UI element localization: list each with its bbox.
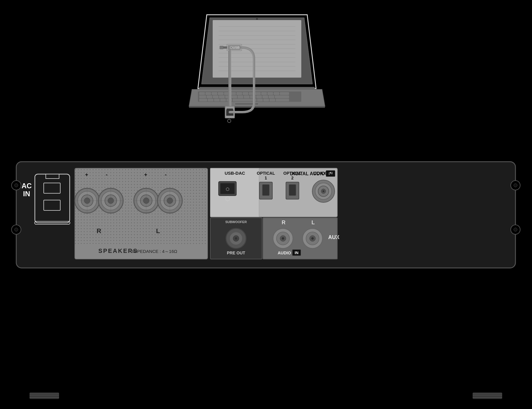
svg-rect-42 bbox=[275, 96, 289, 98]
svg-rect-57 bbox=[223, 47, 227, 48]
plus-label-2: + bbox=[144, 172, 147, 178]
svg-rect-41 bbox=[269, 96, 274, 98]
subwoofer-label: SUBWOOFER bbox=[225, 220, 247, 224]
pre-out-label: PRE OUT bbox=[227, 251, 245, 255]
speakers-section: + - + - R bbox=[75, 168, 208, 259]
svg-point-131 bbox=[311, 237, 314, 240]
ac-in-label: AC bbox=[22, 182, 32, 190]
ac-in-label2: IN bbox=[23, 190, 30, 198]
digital-audio-section: DIGITAL AUDIO IN USB-DAC ⬡ ⬡ OPTICAL 1 O… bbox=[210, 168, 337, 217]
svg-rect-26 bbox=[261, 92, 267, 95]
svg-rect-46 bbox=[220, 99, 226, 101]
impedance-label: IMPEDANCE : 4～16Ω bbox=[132, 249, 177, 254]
svg-rect-44 bbox=[208, 99, 213, 101]
aux-label: AUX bbox=[328, 234, 339, 240]
minus-label-2: - bbox=[165, 172, 167, 178]
optical1-label-line1: OPTICAL bbox=[257, 171, 275, 176]
svg-point-117 bbox=[323, 190, 324, 192]
svg-rect-45 bbox=[214, 99, 219, 101]
svg-rect-43 bbox=[199, 99, 207, 101]
optical1-label-line2: 1 bbox=[265, 176, 267, 180]
svg-rect-14 bbox=[199, 87, 315, 89]
plus-label-1: + bbox=[85, 172, 88, 178]
svg-rect-110 bbox=[262, 184, 269, 196]
svg-rect-35 bbox=[232, 96, 237, 98]
svg-point-72 bbox=[514, 228, 517, 231]
laptop-illustration bbox=[189, 15, 325, 108]
svg-rect-19 bbox=[218, 92, 223, 95]
svg-rect-25 bbox=[255, 92, 261, 95]
svg-point-127 bbox=[282, 237, 284, 240]
r-label: R bbox=[282, 220, 286, 225]
svg-rect-52 bbox=[276, 99, 289, 101]
optical2-label-line2: 2 bbox=[291, 176, 294, 180]
l-label: L bbox=[312, 220, 315, 225]
svg-rect-33 bbox=[219, 96, 224, 98]
svg-rect-30 bbox=[199, 96, 206, 98]
amplifier-unit: AC IN + - + - bbox=[12, 162, 520, 268]
svg-text:⬡: ⬡ bbox=[226, 187, 229, 192]
svg-text:⬡USB: ⬡USB bbox=[230, 46, 240, 49]
audio-in-badge: IN bbox=[295, 251, 299, 255]
svg-point-68 bbox=[14, 228, 18, 231]
svg-rect-27 bbox=[268, 92, 273, 95]
speaker-l-label: L bbox=[156, 227, 160, 235]
svg-rect-39 bbox=[256, 96, 262, 98]
svg-text:⬡: ⬡ bbox=[227, 118, 231, 123]
optical2-label-line1: OPTICAL bbox=[283, 171, 302, 176]
svg-rect-17 bbox=[206, 92, 211, 95]
svg-rect-31 bbox=[207, 96, 212, 98]
main-diagram: ⬡USB ⬡ bbox=[0, 0, 532, 409]
svg-rect-22 bbox=[237, 92, 242, 95]
svg-rect-23 bbox=[243, 92, 248, 95]
svg-rect-40 bbox=[263, 96, 268, 98]
svg-rect-50 bbox=[263, 99, 269, 101]
svg-rect-49 bbox=[257, 99, 263, 101]
svg-rect-58 bbox=[220, 46, 223, 49]
svg-point-66 bbox=[14, 184, 18, 187]
svg-point-70 bbox=[514, 184, 517, 187]
svg-rect-36 bbox=[238, 96, 243, 98]
speaker-r-label: R bbox=[97, 227, 101, 235]
svg-point-13 bbox=[256, 18, 258, 20]
audio-label: AUDIO bbox=[278, 251, 291, 255]
usb-dac-label: USB-DAC bbox=[224, 171, 245, 176]
svg-text:⬡: ⬡ bbox=[225, 195, 230, 202]
svg-rect-112 bbox=[289, 184, 296, 196]
svg-rect-32 bbox=[213, 96, 218, 98]
svg-rect-37 bbox=[244, 96, 249, 98]
svg-rect-51 bbox=[270, 99, 275, 101]
svg-rect-28 bbox=[274, 92, 279, 95]
svg-rect-18 bbox=[212, 92, 217, 95]
svg-point-122 bbox=[235, 237, 237, 240]
pre-out-section: SUBWOOFER PRE OUT bbox=[210, 218, 262, 259]
coaxial-label: COAXIAL bbox=[313, 171, 333, 176]
svg-rect-29 bbox=[280, 92, 289, 95]
audio-in-section: R L AUX AUDIO IN bbox=[263, 218, 339, 259]
minus-label-1: - bbox=[106, 172, 108, 178]
svg-rect-16 bbox=[199, 92, 205, 95]
